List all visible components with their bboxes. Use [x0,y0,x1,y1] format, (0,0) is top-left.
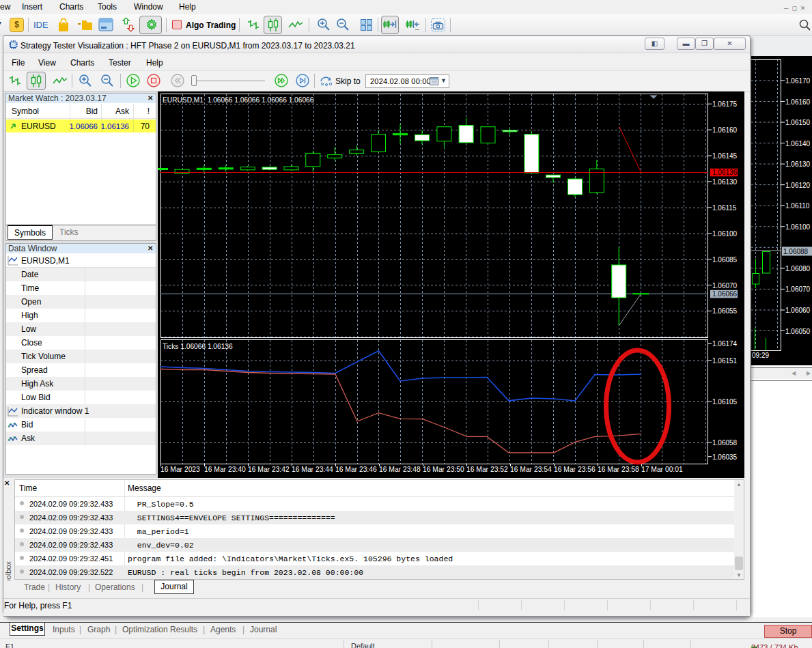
svg-text:1.06100: 1.06100 [712,230,738,238]
svg-text:16 Mar 23:50: 16 Mar 23:50 [423,466,464,473]
svg-text:1.06150: 1.06150 [785,119,811,126]
svg-text:1.06105: 1.06105 [712,398,738,406]
svg-text:1.06100: 1.06100 [785,223,811,231]
svg-text:1.06170: 1.06170 [785,77,811,85]
svg-text:16 Mar 23:40: 16 Mar 23:40 [204,466,246,473]
svg-text:1.06160: 1.06160 [712,126,738,134]
svg-text:16 Mar 23:54: 16 Mar 23:54 [510,466,552,473]
svg-text:16 Mar 23:52: 16 Mar 23:52 [466,466,508,473]
svg-text:1.06115: 1.06115 [712,204,737,212]
svg-text:16 Mar 23:44: 16 Mar 23:44 [292,466,333,473]
svg-text:1.06035: 1.06035 [712,453,738,461]
svg-text:16 Mar 23:42: 16 Mar 23:42 [248,466,290,473]
svg-text:1.06136: 1.06136 [712,169,738,176]
svg-text:16 Mar 2023: 16 Mar 2023 [160,466,200,473]
svg-text:1.06088: 1.06088 [783,248,809,255]
svg-text:1.06080: 1.06080 [785,265,811,272]
svg-text:1.06060: 1.06060 [785,307,811,314]
svg-text:1.06066: 1.06066 [712,290,738,298]
svg-text:1.06120: 1.06120 [785,182,811,189]
svg-text:1.06058: 1.06058 [712,439,738,447]
svg-text:1.06140: 1.06140 [785,140,811,147]
svg-text:1.06130: 1.06130 [712,178,738,186]
svg-text:1.06174: 1.06174 [712,340,738,348]
svg-text:16 Mar 23:46: 16 Mar 23:46 [335,466,377,473]
svg-text:1.06050: 1.06050 [785,328,811,335]
svg-text:1.06110: 1.06110 [785,202,810,210]
svg-text:1.06151: 1.06151 [712,357,738,365]
svg-text:1.06175: 1.06175 [712,100,738,108]
svg-text:1.06145: 1.06145 [712,152,738,160]
svg-text:Ticks 1.06066 1.06136: Ticks 1.06066 1.06136 [163,343,233,350]
svg-text:1.06085: 1.06085 [712,256,738,264]
svg-text:16 Mar 23:48: 16 Mar 23:48 [379,466,421,473]
svg-text:09:29: 09:29 [752,352,769,359]
svg-text:1.06160: 1.06160 [785,98,811,106]
svg-text:1.06070: 1.06070 [785,285,811,293]
svg-text:17 Mar 00:01: 17 Mar 00:01 [641,466,683,473]
svg-text:16 Mar 23:58: 16 Mar 23:58 [598,466,639,473]
svg-text:16 Mar 23:56: 16 Mar 23:56 [554,466,596,473]
svg-text:1.06055: 1.06055 [712,307,738,315]
svg-text:1.06130: 1.06130 [785,160,811,168]
svg-text:1.06070: 1.06070 [712,282,738,290]
svg-text:EURUSD,M1 1.06066 1.06066 1.0: EURUSD,M1 1.06066 1.06066 1.06066 1.0606… [163,96,314,104]
